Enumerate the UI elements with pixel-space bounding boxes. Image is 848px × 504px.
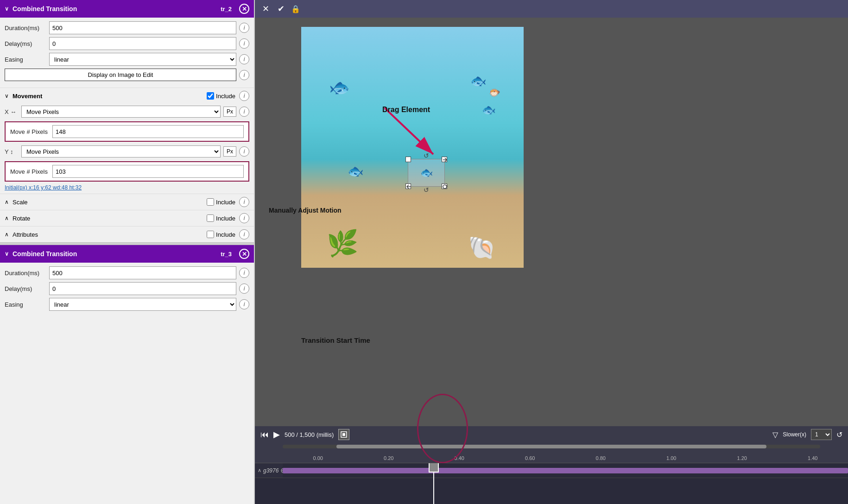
tr3-easing-info-button[interactable]: i (239, 299, 249, 309)
transition-start-label: Transition Start Time (301, 336, 370, 344)
initial-px-text[interactable]: Initial(px) x:16 y:62 wd:48 ht:32 (0, 183, 254, 194)
drag-handle-bl[interactable] (405, 183, 411, 189)
x-mode-select[interactable]: Move Pixels (21, 106, 221, 118)
svg-rect-4 (342, 433, 345, 436)
duration-input[interactable] (49, 21, 236, 34)
attributes-chevron-icon[interactable]: ∧ (5, 231, 9, 238)
rotate-handle-bottom[interactable]: ↺ (424, 186, 429, 194)
scale-title: Scale (13, 199, 203, 206)
timeline: ⏮ ▶ 500 / 1,500 (millis) ▽ Slower(x) 1 2… (255, 425, 848, 504)
duration-row: Duration(ms) i (5, 21, 249, 34)
attributes-include-checkbox[interactable] (207, 231, 214, 238)
movement-chevron-icon[interactable]: ∨ (5, 93, 9, 99)
tr3-delay-row: Delay(ms) i (5, 282, 249, 295)
transition-title-tr3: Combined Transition (13, 250, 217, 258)
left-panel: ∨ Combined Transition tr_2 ✕ Duration(ms… (0, 0, 255, 504)
easing-label: Easing (5, 56, 46, 63)
delay-info-button[interactable]: i (239, 38, 249, 49)
transition-id-tr2: tr_2 (221, 6, 232, 13)
duration-info-button[interactable]: i (239, 23, 249, 33)
attributes-info-button[interactable]: i (239, 229, 249, 239)
speed-select[interactable]: 1 2 0.5 (811, 429, 832, 440)
ruler-mark-1: 0.20 (354, 455, 424, 461)
rewind-button[interactable]: ⏮ (260, 430, 269, 440)
scene-image: 🐟 🐟 🐡 🐟 🐟 🌿 🐚 🐟 (301, 27, 524, 268)
track-chevron-icon[interactable]: ∧ (258, 467, 261, 473)
y-axis-row: Y ↕ Move Pixels Px i (0, 144, 254, 159)
rotate-include-label: Include (207, 214, 235, 222)
timeline-scrollbar[interactable] (283, 445, 820, 448)
drag-element-label: Drag Element (382, 106, 430, 114)
x-info-button[interactable]: i (239, 107, 249, 117)
close-transition-tr2-button[interactable]: ✕ (239, 4, 249, 14)
y-info-button[interactable]: i (239, 146, 249, 157)
scrollbar-thumb[interactable] (336, 445, 766, 448)
tr3-duration-row: Duration(ms) i (5, 266, 249, 279)
rotate-include-checkbox[interactable] (207, 214, 214, 222)
tr3-duration-info-button[interactable]: i (239, 268, 249, 278)
easing-info-button[interactable]: i (239, 54, 249, 64)
chevron-down-icon-tr3[interactable]: ∨ (5, 251, 9, 257)
ruler-mark-5: 1.00 (636, 455, 707, 461)
confirm-button[interactable]: ✔ (276, 3, 286, 15)
x-px-button[interactable]: Px (223, 107, 236, 117)
ruler-marks: 0.00 0.20 0.40 0.60 0.80 1.00 1.20 1.40 (283, 455, 848, 461)
track-name: g3976 (263, 467, 278, 474)
movement-title: Movement (13, 93, 203, 100)
tr3-duration-input[interactable] (49, 266, 236, 279)
fish-element-1: 🐟 (329, 78, 350, 97)
ruler-mark-2: 0.40 (424, 455, 495, 461)
refresh-button[interactable]: ↺ (836, 430, 842, 439)
movement-info-button[interactable]: i (239, 91, 249, 101)
easing-row: Easing linear ease ease-in ease-out i (5, 53, 249, 66)
easing-select[interactable]: linear ease ease-in ease-out (49, 53, 236, 66)
ruler-mark-0: 0.00 (283, 455, 354, 461)
cancel-button[interactable]: ✕ (260, 3, 271, 15)
tr3-easing-row: Easing linear i (5, 298, 249, 311)
tr3-delay-input[interactable] (49, 282, 236, 295)
x-pixels-label: Move # Pixels (10, 128, 48, 135)
tr3-delay-info-button[interactable]: i (239, 284, 249, 294)
ruler-mark-3: 0.60 (495, 455, 566, 461)
time-display: 500 / 1,500 (millis) (285, 431, 334, 438)
x-label: X ↔ (5, 108, 19, 115)
capture-frame-button[interactable] (338, 429, 349, 440)
close-transition-tr3-button[interactable]: ✕ (239, 249, 249, 259)
y-pixels-label: Move # Pixels (10, 168, 48, 175)
delay-input[interactable] (49, 37, 236, 50)
display-info-button[interactable]: i (239, 70, 249, 80)
scale-chevron-icon[interactable]: ∧ (5, 199, 9, 205)
track-content[interactable] (283, 463, 848, 478)
ruler-mark-6: 1.20 (707, 455, 778, 461)
delay-label: Delay(ms) (5, 40, 46, 47)
x-pixels-input[interactable] (52, 125, 244, 138)
y-px-button[interactable]: Px (223, 146, 236, 157)
x-axis-row: X ↔ Move Pixels Px i (0, 104, 254, 120)
fish-element-5: 🐟 (348, 164, 364, 179)
play-button[interactable]: ▶ (273, 429, 280, 440)
movement-include-checkbox[interactable] (207, 92, 214, 100)
svg-line-2 (385, 108, 433, 154)
lock-button[interactable]: 🔒 (291, 5, 300, 13)
transition-tr2-body: Duration(ms) i Delay(ms) i Easing linear… (0, 18, 254, 88)
scale-include-checkbox[interactable] (207, 198, 214, 206)
playhead-handle[interactable] (429, 463, 439, 472)
rotate-row: ∧ Rotate Include i (0, 210, 254, 226)
drag-handle-br[interactable] (442, 183, 447, 189)
rotate-chevron-icon[interactable]: ∧ (5, 215, 9, 221)
timeline-ruler: 0.00 0.20 0.40 0.60 0.80 1.00 1.20 1.40 (255, 450, 848, 463)
playhead[interactable] (433, 463, 434, 504)
chevron-down-icon[interactable]: ∨ (5, 6, 9, 12)
tr3-easing-select[interactable]: linear (49, 298, 236, 311)
manually-adjust-label: Manually Adjust Motion (269, 207, 342, 214)
attributes-include-label: Include (207, 231, 235, 238)
filter-icon[interactable]: ▽ (772, 430, 778, 439)
y-pixels-input[interactable] (52, 165, 244, 178)
top-toolbar: ✕ ✔ 🔒 (255, 0, 848, 18)
y-mode-select[interactable]: Move Pixels (21, 145, 221, 158)
track-bar (283, 468, 848, 473)
scale-info-button[interactable]: i (239, 197, 249, 207)
rotate-info-button[interactable]: i (239, 213, 249, 223)
display-on-image-button[interactable]: Display on Image to Edit (5, 69, 236, 81)
scale-include-label: Include (207, 198, 235, 206)
